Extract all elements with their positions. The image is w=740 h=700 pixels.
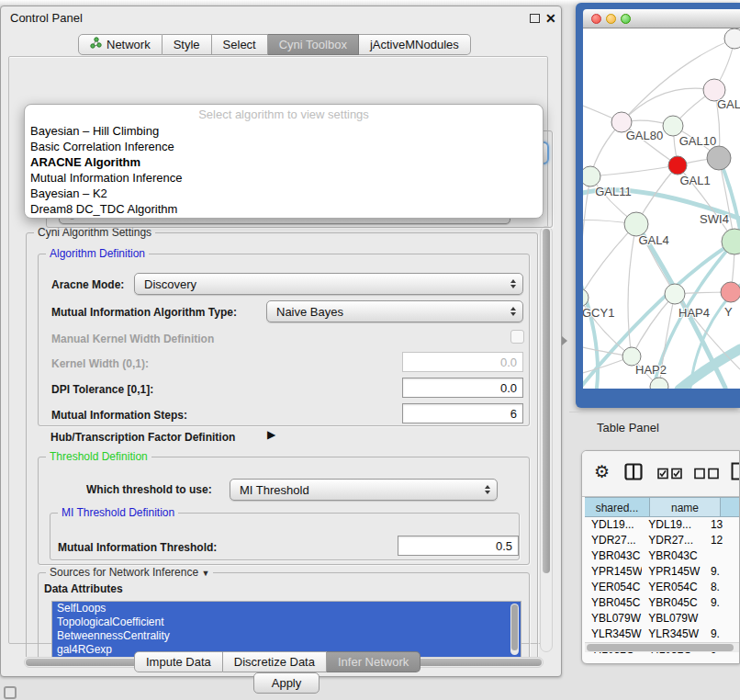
tab-impute-data[interactable]: Impute Data: [134, 651, 223, 672]
network-node-hap4[interactable]: [665, 284, 685, 304]
attribute-list-scrollbar[interactable]: [510, 604, 519, 655]
mi-algorithm-type-combo[interactable]: Naive Bayes: [266, 300, 523, 322]
mi-threshold-definition-group: MI Threshold Definition Mutual Informati…: [50, 513, 520, 560]
data-attribute-item[interactable]: SelfLoops: [52, 602, 521, 615]
tab-cyni-toolbox[interactable]: Cyni Toolbox: [268, 34, 359, 55]
manual-kernel-width-checkbox[interactable]: [510, 330, 524, 344]
tab-label: Network: [107, 35, 151, 54]
algorithm-popup-prompt: Select algorithm to view settings: [25, 107, 543, 123]
algorithm-option[interactable]: Bayesian – Hill Climbing: [25, 123, 543, 139]
algorithm-dropdown-popup: Select algorithm to view settings Bayesi…: [24, 104, 544, 219]
table-cell: YER054C: [642, 580, 704, 595]
network-canvas[interactable]: GALGAL80GAL10GAL1GAL11SWI4GAL4GCY1HAP4YH…: [583, 28, 740, 389]
dpi-tolerance-label: DPI Tolerance [0,1]:: [51, 383, 153, 396]
mi-threshold-definition-title: MI Threshold Definition: [58, 506, 178, 519]
split-divider-arrow-icon[interactable]: [562, 336, 567, 345]
table-row[interactable]: YDR27...YDR27...12: [585, 533, 740, 548]
network-node-label: GAL80: [626, 129, 663, 142]
mi-threshold-field[interactable]: 0.5: [398, 536, 519, 556]
data-attribute-item[interactable]: TopologicalCoefficient: [52, 615, 521, 629]
algorithm-option[interactable]: Dream8 DC_TDC Algorithm: [25, 201, 543, 217]
combo-arrows-icon: [510, 307, 516, 316]
network-node-salmon-node[interactable]: [721, 282, 740, 302]
column-header-3[interactable]: A: [721, 497, 740, 517]
columns-icon[interactable]: [624, 463, 643, 480]
data-attributes-list[interactable]: SelfLoopsTopologicalCoefficientBetweenne…: [51, 601, 521, 657]
tab-label: Discretize Data: [234, 652, 315, 672]
tab-jactivemnodules[interactable]: jActiveMNodules: [359, 34, 471, 55]
table-row[interactable]: YBR043CYBR043C: [585, 548, 740, 564]
manual-kernel-width-label: Manual Kernel Width Definition: [51, 333, 214, 345]
sources-group: Sources for Network Inference ▼ Data Att…: [38, 572, 530, 657]
network-node-gal1[interactable]: [668, 156, 687, 175]
table-row[interactable]: YBL079WYBL079W: [585, 611, 740, 627]
column-header-1[interactable]: shared...: [585, 497, 650, 517]
close-icon[interactable]: ✕: [545, 10, 556, 27]
table-row[interactable]: YLR345WYLR345W9.: [585, 627, 740, 642]
aracne-mode-combo[interactable]: Discovery: [134, 273, 523, 295]
combo-arrows-icon: [510, 279, 516, 288]
table-row[interactable]: YPR145WYPR145W9.: [585, 564, 740, 580]
network-node-node-bottom[interactable]: [650, 378, 668, 389]
table-cell: 12: [704, 533, 740, 548]
network-window-titlebar[interactable]: [583, 9, 740, 28]
table-cell: YBR043C: [642, 548, 704, 564]
algorithm-option[interactable]: Bayesian – K2: [25, 186, 543, 201]
network-node-gray-node[interactable]: [707, 146, 731, 170]
table-cell: 9.: [704, 627, 740, 642]
deselect-all-icon[interactable]: [694, 468, 720, 480]
network-node-swi4[interactable]: [722, 229, 740, 254]
document-icon[interactable]: [731, 462, 740, 480]
mi-steps-field[interactable]: 6: [402, 403, 523, 423]
tab-style[interactable]: Style: [163, 34, 212, 55]
table-row[interactable]: YBR045CYBR045C9.: [585, 595, 740, 611]
hub-expand-arrow-icon[interactable]: ▶: [267, 428, 275, 441]
table-body: YDL19...YDL19...13YDR27...YDR27...12YBR0…: [585, 517, 740, 658]
which-threshold-combo[interactable]: MI Threshold: [230, 479, 498, 501]
settings-vertical-scrollbar[interactable]: [540, 226, 553, 652]
network-node-node-top[interactable]: [724, 28, 740, 49]
gear-icon[interactable]: ⚙: [594, 463, 610, 480]
algorithm-option[interactable]: Basic Correlation Inference: [25, 139, 543, 154]
which-threshold-label: Which threshold to use:: [86, 483, 212, 496]
dock-window-icon[interactable]: [4, 686, 17, 699]
tab-label: Impute Data: [146, 652, 211, 672]
float-window-icon[interactable]: [530, 14, 540, 23]
minimize-traffic-light-icon[interactable]: [606, 14, 616, 24]
table-row[interactable]: YER054CYER054C8.: [585, 580, 740, 595]
network-node-label: SWI4: [700, 212, 729, 226]
algorithm-definition-group: Algorithm Definition Aracne Mode: Discov…: [38, 254, 530, 426]
apply-button[interactable]: Apply: [253, 672, 320, 694]
table-header-row: shared...nameA: [585, 497, 740, 517]
algorithm-option[interactable]: Mutual Information Inference: [25, 170, 543, 186]
algorithm-option[interactable]: ARACNE Algorithm: [25, 154, 543, 170]
table-horizontal-scrollbar[interactable]: [585, 642, 740, 652]
table-row[interactable]: YDL19...YDL19...13: [585, 517, 740, 533]
tab-discretize-data[interactable]: Discretize Data: [223, 651, 327, 672]
column-header-2[interactable]: name: [650, 497, 721, 517]
dpi-tolerance-field[interactable]: 0.0: [402, 378, 523, 398]
table-cell: 9.: [704, 564, 740, 580]
network-node-label: GAL: [717, 97, 740, 111]
settings-scroll-area: Cyni Algorithm Settings Algorithm Defini…: [20, 224, 556, 657]
hub-definition-label: Hub/Transcription Factor Definition: [50, 431, 235, 444]
close-traffic-light-icon[interactable]: [591, 14, 601, 24]
kernel-width-field[interactable]: 0.0: [402, 352, 523, 372]
table-cell: YPR145W: [642, 564, 704, 580]
table-toolbar: ⚙: [582, 451, 739, 497]
tab-infer-network[interactable]: Infer Network: [327, 651, 420, 672]
network-node-label: HAP2: [635, 363, 667, 377]
kernel-width-label: Kernel Width (0,1):: [51, 357, 149, 370]
tab-select[interactable]: Select: [212, 34, 268, 55]
aracne-mode-label: Aracne Mode:: [51, 278, 124, 291]
cyni-bottom-tab-bar: Impute DataDiscretize DataInfer Network: [134, 651, 420, 672]
network-node-gal11[interactable]: [583, 166, 600, 186]
network-node-gal10[interactable]: [663, 116, 683, 136]
tab-network[interactable]: Network: [78, 34, 163, 55]
data-attribute-item[interactable]: BetweennessCentrality: [52, 629, 521, 643]
zoom-traffic-light-icon[interactable]: [621, 14, 631, 24]
sources-collapse-arrow-icon[interactable]: ▼: [201, 569, 209, 578]
network-node-label: GAL10: [679, 134, 716, 148]
select-all-checks-icon[interactable]: [657, 468, 683, 480]
network-node-label: Y: [724, 305, 733, 319]
